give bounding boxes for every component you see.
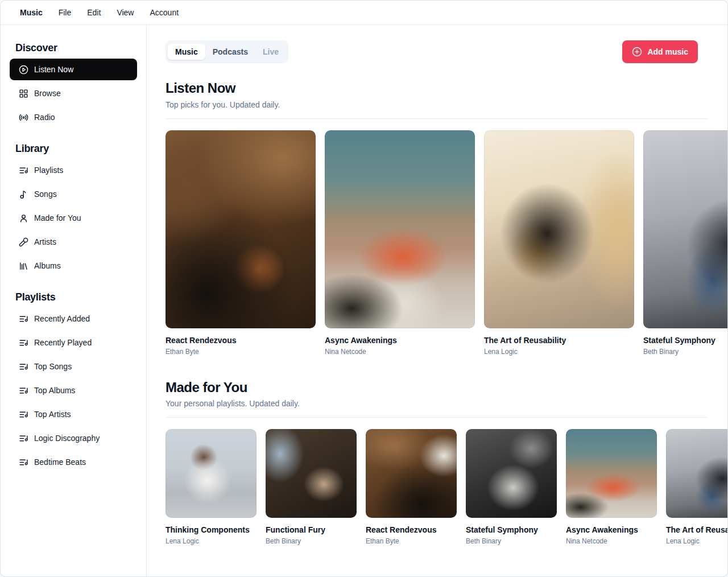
- album-title: Functional Fury: [266, 525, 357, 534]
- album-art[interactable]: [484, 130, 634, 328]
- album-art[interactable]: [366, 429, 457, 518]
- album-artist: Nina Netcode: [566, 537, 657, 545]
- sidebar-item-label: Bedtime Beats: [34, 458, 86, 467]
- sidebar-item-albums[interactable]: Albums: [10, 255, 137, 277]
- sidebar-item-label: Songs: [34, 189, 57, 199]
- album-card: Stateful Symphony Beth Binary: [466, 429, 557, 545]
- album-title: Stateful Symphony: [643, 336, 727, 345]
- sidebar-section-playlists: Playlists Recently Added Recently Played: [10, 291, 137, 473]
- sidebar-item-radio[interactable]: Radio: [10, 106, 137, 128]
- made-for-you-title: Made for You: [166, 380, 708, 395]
- layout-grid-icon: [19, 89, 28, 98]
- play-circle-icon: [19, 65, 28, 75]
- content-tabs: Music Podcasts Live: [166, 40, 288, 63]
- sidebar-item-browse[interactable]: Browse: [10, 83, 137, 104]
- separator: [166, 417, 708, 418]
- album-artist: Lena Logic: [484, 348, 634, 356]
- sidebar-item-label: Listen Now: [34, 65, 73, 74]
- menu-view[interactable]: View: [109, 5, 142, 20]
- album-card: React Rendezvous Ethan Byte: [366, 429, 457, 545]
- list-music-icon: [19, 362, 28, 372]
- sidebar-heading-library: Library: [10, 143, 137, 159]
- listen-now-card-row: React Rendezvous Ethan Byte Async Awaken…: [166, 130, 727, 356]
- sidebar: Discover Listen Now Browse: [1, 25, 147, 576]
- album-title: The Art of Reusability: [666, 525, 727, 534]
- sidebar-item-label: Recently Played: [34, 338, 92, 347]
- sidebar-item-label: Artists: [34, 237, 56, 246]
- album-art[interactable]: [266, 429, 357, 518]
- sidebar-item-top-albums[interactable]: Top Albums: [10, 380, 137, 401]
- menu-music[interactable]: Music: [12, 5, 51, 20]
- sidebar-item-label: Logic Discography: [34, 434, 100, 443]
- tab-podcasts[interactable]: Podcasts: [205, 44, 255, 60]
- album-art[interactable]: [166, 130, 316, 328]
- album-art[interactable]: [566, 429, 657, 518]
- album-artist: Lena Logic: [666, 537, 727, 545]
- album-title: Async Awakenings: [325, 336, 475, 345]
- sidebar-item-made-for-you[interactable]: Made for You: [10, 207, 137, 229]
- list-music-icon: [19, 166, 28, 175]
- tab-music[interactable]: Music: [168, 44, 205, 60]
- album-title: React Rendezvous: [166, 336, 316, 345]
- album-card: Async Awakenings Nina Netcode: [325, 130, 475, 356]
- sidebar-section-library: Library Playlists Songs: [10, 143, 137, 277]
- list-music-icon: [19, 338, 28, 348]
- sidebar-section-discover: Discover Listen Now Browse: [10, 42, 137, 128]
- album-artist: Nina Netcode: [325, 348, 475, 356]
- menu-file[interactable]: File: [51, 5, 80, 20]
- album-title: Thinking Components: [166, 525, 257, 534]
- album-title: Async Awakenings: [566, 525, 657, 534]
- album-artist: Beth Binary: [266, 537, 357, 545]
- album-artist: Beth Binary: [643, 348, 727, 356]
- sidebar-heading-playlists: Playlists: [10, 291, 137, 308]
- sidebar-item-bedtime-beats[interactable]: Bedtime Beats: [10, 451, 137, 473]
- radio-icon: [19, 113, 28, 122]
- microphone-icon: [19, 237, 28, 247]
- album-artist: Lena Logic: [166, 537, 257, 545]
- sidebar-item-songs[interactable]: Songs: [10, 183, 137, 205]
- list-music-icon: [19, 386, 28, 395]
- album-artist: Beth Binary: [466, 537, 557, 545]
- album-art[interactable]: [466, 429, 557, 518]
- album-card: Stateful Symphony Beth Binary: [643, 130, 727, 356]
- sidebar-heading-discover: Discover: [10, 42, 137, 59]
- list-music-icon: [19, 410, 28, 419]
- sidebar-item-listen-now[interactable]: Listen Now: [10, 59, 137, 80]
- listen-now-subtitle: Top picks for you. Updated daily.: [166, 100, 708, 109]
- album-card: Async Awakenings Nina Netcode: [566, 429, 657, 545]
- album-card: React Rendezvous Ethan Byte: [166, 130, 316, 356]
- sidebar-item-top-artists[interactable]: Top Artists: [10, 403, 137, 425]
- sidebar-item-recently-added[interactable]: Recently Added: [10, 308, 137, 329]
- sidebar-item-playlists[interactable]: Playlists: [10, 159, 137, 181]
- menu-account[interactable]: Account: [142, 5, 187, 20]
- sidebar-item-artists[interactable]: Artists: [10, 231, 137, 253]
- add-music-button[interactable]: Add music: [622, 40, 698, 63]
- album-artist: Ethan Byte: [366, 537, 457, 545]
- sidebar-item-logic-discography[interactable]: Logic Discography: [10, 427, 137, 449]
- album-artist: Ethan Byte: [166, 348, 316, 356]
- album-card: The Art of Reusability Lena Logic: [666, 429, 727, 545]
- sidebar-item-label: Top Songs: [34, 362, 72, 371]
- list-music-icon: [19, 458, 28, 467]
- album-art[interactable]: [643, 130, 727, 328]
- sidebar-item-label: Made for You: [34, 213, 81, 222]
- tab-live: Live: [255, 44, 286, 60]
- album-title: React Rendezvous: [366, 525, 457, 534]
- sidebar-item-top-songs[interactable]: Top Songs: [10, 356, 137, 377]
- sidebar-item-label: Albums: [34, 261, 61, 270]
- user-icon: [19, 213, 28, 223]
- album-title: The Art of Reusability: [484, 336, 634, 345]
- sidebar-item-label: Browse: [34, 89, 61, 98]
- album-card: The Art of Reusability Lena Logic: [484, 130, 634, 356]
- album-art[interactable]: [325, 130, 475, 328]
- music-app-window: Music File Edit View Account Discover Li…: [0, 0, 728, 577]
- album-art[interactable]: [666, 429, 727, 518]
- music-note-icon: [19, 189, 28, 199]
- sidebar-item-label: Playlists: [34, 166, 63, 175]
- album-card: Functional Fury Beth Binary: [266, 429, 357, 545]
- album-art[interactable]: [166, 429, 257, 518]
- sidebar-item-label: Top Albums: [34, 386, 75, 395]
- menu-edit[interactable]: Edit: [79, 5, 109, 20]
- sidebar-item-label: Top Artists: [34, 410, 71, 419]
- sidebar-item-recently-played[interactable]: Recently Played: [10, 332, 137, 353]
